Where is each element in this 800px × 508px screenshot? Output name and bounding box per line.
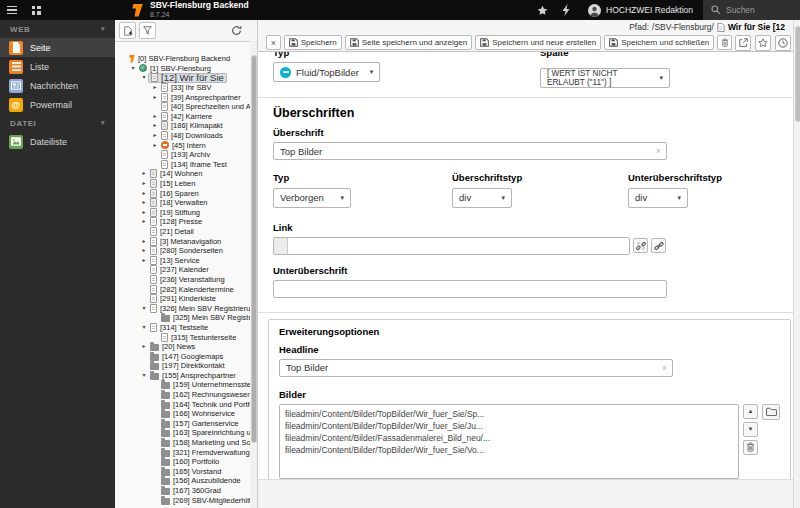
tree-item-sbv-flensburg[interactable]: ▾[1] SBV-Flensburg	[115, 64, 250, 74]
tree-item-detail[interactable]: [21] Detail	[115, 227, 250, 237]
history-button[interactable]	[775, 35, 791, 51]
tree-item-karriere[interactable]: ▸[42] Karriere	[115, 112, 250, 122]
tree-expand-icon[interactable]: ▸	[140, 189, 148, 198]
current-page-link[interactable]: Wir für Sie [12	[728, 22, 785, 32]
tree-expand-icon[interactable]: ▸	[140, 342, 148, 351]
spalte-select[interactable]: [ WERT IST NICHT ERLAUBT ("11") ] ▾	[540, 68, 670, 88]
unlink-button[interactable]	[633, 238, 648, 253]
headline-input[interactable]: Top Bilder ×	[279, 359, 673, 377]
tree-item-mein-sbv-registrierungsar[interactable]: [325] Mein SBV Registrierungsar	[115, 313, 250, 323]
tree-item-wohnen[interactable]: ▸[14] Wohnen	[115, 169, 250, 179]
file-item[interactable]: fileadmin/Content/Bilder/TopBilder/Wir_f…	[285, 444, 733, 456]
clear-icon[interactable]: ×	[662, 363, 667, 373]
tree-item-sprechzeiten-und-anfahrtssk[interactable]: [40] Sprechzeiten und Anfahrtssk	[115, 102, 250, 112]
delete-button[interactable]	[717, 35, 732, 50]
tree-expand-icon[interactable]: ▸	[140, 208, 148, 217]
external-link-button[interactable]	[735, 35, 751, 51]
tree-item-downloads[interactable]: ▸[48] Downloads	[115, 131, 250, 141]
tree-item-ansprechpartner[interactable]: ▾[155] Ansprechpartner	[115, 371, 250, 381]
move-down-button[interactable]: ▼	[743, 422, 758, 437]
clear-icon[interactable]: ×	[656, 146, 661, 156]
tree-item-intern[interactable]: ▸[45] Intern	[115, 140, 250, 150]
menu-toggle-button[interactable]	[0, 0, 24, 20]
tree-expand-icon[interactable]: ▸	[151, 141, 159, 150]
tree-expand-icon[interactable]: ▸	[151, 131, 159, 140]
tree-item-kinderkiste[interactable]: [291] Kinderkiste	[115, 294, 250, 304]
save-close-button[interactable]: Speichern und schließen	[604, 35, 714, 50]
tree-item-ihr-sbv[interactable]: ▸[33] Ihr SBV	[115, 83, 250, 93]
unterueberschriftstyp-select[interactable]: div▾	[628, 188, 688, 208]
tree-expand-icon[interactable]: ▾	[140, 73, 148, 82]
tree-expand-icon[interactable]: ▸	[140, 179, 148, 188]
module-item-dateiliste[interactable]: Dateiliste	[0, 132, 115, 151]
tree-item-fremdverwaltung[interactable]: [321] Fremdverwaltung	[115, 447, 250, 457]
tree-expand-icon[interactable]: ▾	[140, 371, 148, 380]
module-item-seite[interactable]: Seite	[0, 38, 115, 57]
tree-item-360grad[interactable]: [167] 360Grad	[115, 486, 250, 496]
tree-item-technik-und-portfolio[interactable]: [164] Technik und Portfolio	[115, 399, 250, 409]
remove-image-button[interactable]	[743, 440, 758, 455]
bookmark-toolbar-button[interactable]	[530, 0, 554, 20]
file-item[interactable]: fileadmin/Content/Bilder/TopBilder/Wir_f…	[285, 408, 733, 420]
tree-item-metanavigation[interactable]: ▸[3] Metanavigation	[115, 236, 250, 246]
module-section-datei[interactable]: DATEI▾	[0, 114, 115, 132]
tree-item-unternehmenssteuerung[interactable]: [159] Unternehmenssteuerung	[115, 380, 250, 390]
link-input[interactable]	[273, 237, 630, 255]
typ-select[interactable]: Fluid/TopBilder ▾	[273, 62, 380, 82]
tree-expand-icon[interactable]: ▸	[151, 112, 159, 121]
tree-expand-icon[interactable]: ▸	[151, 93, 159, 102]
user-menu[interactable]: HOCHZWEI Redaktion	[578, 0, 703, 20]
save-view-button[interactable]: Seite speichern und anzeigen	[345, 35, 472, 50]
unterueberschrift-input[interactable]	[273, 280, 667, 298]
ueberschrift-input[interactable]: Top Bilder ×	[273, 142, 667, 160]
main-scrollbar[interactable]	[793, 20, 800, 508]
tree-item-portfolio[interactable]: [160] Portfolio	[115, 457, 250, 467]
tree-item-verwalten[interactable]: ▸[18] Verwalten	[115, 198, 250, 208]
tree-expand-icon[interactable]: ▸	[140, 237, 148, 246]
module-item-nachrichten[interactable]: Nachrichten	[0, 76, 115, 95]
file-item[interactable]: fileadmin/Content/Bilder/TopBilder/Wir_f…	[285, 420, 733, 432]
tree-item-direktkontakt[interactable]: [197] Direktkontakt	[115, 361, 250, 371]
module-item-powermail[interactable]: @Powermail	[0, 95, 115, 114]
tree-item-googlemaps[interactable]: [147] Googlemaps	[115, 351, 250, 361]
clear-cache-button[interactable]	[554, 0, 578, 20]
modulemenu-toggle-button[interactable]	[24, 0, 48, 20]
tree-item-wir-für-sie[interactable]: ▾[12] Wir für Sie	[115, 73, 250, 83]
tree-item-kalendertermine[interactable]: [282] Kalendertermine	[115, 284, 250, 294]
module-section-web[interactable]: WEB▾	[0, 20, 115, 38]
tree-scrollbar-thumb[interactable]	[251, 55, 257, 443]
module-item-liste[interactable]: Liste	[0, 57, 115, 76]
tree-item-auszubildende[interactable]: [156] Auszubildende	[115, 476, 250, 486]
tree-item-rechnungswesen[interactable]: [162] Rechnungswesen	[115, 390, 250, 400]
tree-item-service[interactable]: ▸[13] Service	[115, 255, 250, 265]
save-new-button[interactable]: Speichern und neue erstellen	[475, 35, 601, 50]
search-input[interactable]: Suchen	[703, 0, 800, 20]
tree-item-testunterseite[interactable]: [315] Testunterseite	[115, 332, 250, 342]
tree-item-stiftung[interactable]: ▸[19] Stiftung	[115, 208, 250, 218]
link-browser-button[interactable]	[651, 238, 666, 253]
move-up-button[interactable]: ▲	[743, 404, 758, 419]
tree-expand-icon[interactable]: ▸	[140, 217, 148, 226]
main-scrollbar-thumb[interactable]	[795, 26, 800, 122]
tree-item-testseite[interactable]: ▾[314] Testseite	[115, 323, 250, 333]
tree-expand-icon[interactable]: ▸	[140, 198, 148, 207]
tree-item-sparen[interactable]: ▸[16] Sparen	[115, 188, 250, 198]
tree-item-vorstand[interactable]: [165] Vorstand	[115, 467, 250, 477]
tree-item-leben[interactable]: ▸[15] Leben	[115, 179, 250, 189]
tree-item-news[interactable]: ▸[20] News	[115, 342, 250, 352]
filter-button[interactable]	[139, 22, 156, 39]
tree-item-klimapakt[interactable]: ▸[186] Klimapakt	[115, 121, 250, 131]
ueberschriftstyp-select[interactable]: div▾	[452, 188, 512, 208]
tree-item-wohnservice[interactable]: [166] Wohnservice	[115, 409, 250, 419]
close-doc-button[interactable]: ×	[266, 35, 281, 50]
tree-item-ansprechpartner[interactable]: ▸[39] Ansprechpartner	[115, 92, 250, 102]
file-item[interactable]: fileadmin/Content/Bilder/Fassadenmalerei…	[285, 432, 733, 444]
tree-expand-icon[interactable]: ▾	[140, 304, 148, 313]
tree-item-veranstaltung[interactable]: [236] Veranstaltung	[115, 275, 250, 285]
tree-expand-icon[interactable]: ▾	[140, 323, 148, 332]
tree-item-archiv[interactable]: [193] Archiv	[115, 150, 250, 160]
browse-files-button[interactable]	[762, 404, 780, 420]
tree-item-sonderseiten[interactable]: ▸[280] Sonderseiten	[115, 246, 250, 256]
refresh-tree-button[interactable]	[229, 23, 244, 38]
tree-item-marketing-und-soziales[interactable]: [158] Marketing und Soziales	[115, 438, 250, 448]
